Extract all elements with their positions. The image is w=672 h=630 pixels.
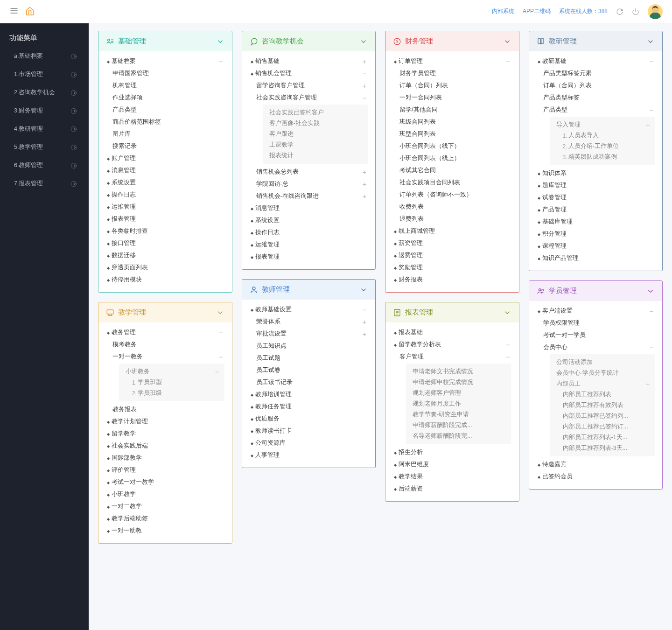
sidebar-item-4[interactable]: 4.教研管理 [0, 120, 89, 138]
tree-item[interactable]: 各类临时排查 [106, 225, 224, 237]
tree-item[interactable]: 一对一助教 [106, 525, 224, 537]
tree-item[interactable]: 财务学员管理 [393, 67, 511, 79]
tree-item[interactable]: 教师读书打卡 [250, 425, 368, 437]
tree-item[interactable]: 社会实践咨询客户管理− [250, 91, 368, 104]
tree-item[interactable]: 产品管理 [537, 203, 655, 216]
tree-item[interactable]: 退费列表 [393, 213, 511, 225]
expand-icon[interactable]: + [361, 58, 368, 65]
chevron-down-icon[interactable] [646, 37, 655, 46]
tree-item[interactable]: 社会实践已签约客户 [269, 107, 364, 118]
tree-item[interactable]: 申请老师文书完成情况 [413, 366, 508, 377]
tree-item[interactable]: 课程管理 [537, 240, 655, 252]
tree-item[interactable]: 题库管理 [537, 179, 655, 191]
expand-icon[interactable]: + [361, 181, 368, 188]
tree-item[interactable]: 评价管理 [106, 464, 224, 476]
tree-item[interactable]: 小班合同列表（线下） [393, 140, 511, 152]
tree-item[interactable]: 小班教务− [126, 366, 221, 377]
tree-item[interactable]: 模考教务 [106, 338, 224, 350]
avatar[interactable] [648, 4, 663, 19]
expand-icon[interactable]: + [361, 318, 368, 325]
chevron-down-icon[interactable] [359, 37, 368, 46]
tree-item[interactable]: 考试其它合同 [393, 164, 511, 176]
tree-item[interactable]: 留学教学 [106, 427, 224, 440]
tree-item[interactable]: 订单列表（咨询师不一致） [393, 189, 511, 201]
tree-item[interactable]: 内部员工− [556, 378, 651, 389]
tree-item[interactable]: 班级合同列表 [393, 116, 511, 128]
tree-item[interactable]: 订单管理− [393, 55, 511, 67]
tree-item[interactable]: 奖励管理 [393, 261, 511, 273]
tree-item[interactable]: 上课教学 [269, 140, 364, 150]
tree-item[interactable]: 教学节奏-研究生申请 [413, 409, 508, 420]
tree-item[interactable]: 报表管理 [250, 251, 368, 263]
tree-item[interactable]: 产品类型标签元素 [537, 67, 655, 79]
tree-item[interactable]: 财务报表 [393, 273, 511, 286]
card-header[interactable]: 基础管理 [98, 31, 232, 51]
collapse-icon[interactable]: − [505, 58, 511, 65]
tree-item[interactable]: 一对一教务− [106, 350, 224, 363]
tree-item[interactable]: 学院回访-总+ [250, 178, 368, 190]
tree-item[interactable]: 操作日志 [250, 226, 368, 238]
card-header[interactable]: 咨询教学机会 [242, 31, 376, 51]
hamburger-icon[interactable] [9, 6, 19, 17]
tree-item[interactable]: 员工试题 [250, 352, 368, 364]
tree-item[interactable]: 一对一合同列表 [393, 91, 511, 104]
tree-item[interactable]: 教师任务管理 [250, 400, 368, 413]
tree-item[interactable]: 销售机会管理− [250, 67, 368, 79]
tree-item[interactable]: 销售基础+ [250, 55, 368, 67]
tree-item[interactable]: 2.人员介绍-工作单位 [563, 141, 651, 152]
tree-item[interactable]: 系统设置 [250, 214, 368, 226]
tree-item[interactable]: 会员中心-学员分享统计 [556, 368, 651, 378]
tree-item[interactable]: 薪资管理 [393, 237, 511, 249]
tree-item[interactable]: 客户画像-社会实践 [269, 118, 364, 129]
tree-item[interactable]: 特邀嘉宾 [537, 458, 655, 470]
collapse-icon[interactable]: − [218, 329, 224, 336]
tree-item[interactable]: 账户管理 [106, 152, 224, 164]
card-header[interactable]: 教学管理 [98, 302, 232, 322]
collapse-icon[interactable]: − [214, 368, 221, 375]
collapse-icon[interactable]: − [505, 341, 511, 348]
tree-item[interactable]: 阿米巴维度 [393, 458, 511, 470]
tree-item[interactable]: 班型合同列表 [393, 128, 511, 140]
power-icon[interactable] [632, 8, 639, 15]
tree-item[interactable]: 教学后端助签 [106, 512, 224, 525]
tree-item[interactable]: 消息管理 [250, 202, 368, 214]
tree-item[interactable]: 线上商城管理 [393, 225, 511, 237]
tree-item[interactable]: 会员中心− [537, 341, 655, 353]
tree-item[interactable]: 规划老师月度工作 [413, 399, 508, 409]
expand-icon[interactable]: + [361, 193, 368, 200]
tree-item[interactable]: 退费管理 [393, 249, 511, 261]
chevron-down-icon[interactable] [503, 308, 511, 317]
tree-item[interactable]: 2.学员班级 [132, 388, 221, 399]
tree-item[interactable]: 待停用模块 [106, 273, 224, 286]
tree-item[interactable]: 教研基础− [537, 55, 655, 67]
tree-item[interactable]: 员工知识点 [250, 340, 368, 352]
tree-item[interactable]: 客户跟进 [269, 129, 364, 140]
tree-item[interactable]: 内部员工推荐列表-3天... [563, 443, 651, 454]
tree-item[interactable]: 考试一对一教学 [106, 476, 224, 488]
collapse-icon[interactable]: − [644, 121, 651, 128]
collapse-icon[interactable]: − [644, 380, 651, 387]
tree-item[interactable]: 申请国家管理 [106, 67, 224, 79]
tree-item[interactable]: 知识体系 [537, 167, 655, 179]
sidebar-item-5[interactable]: 5.教学管理 [0, 138, 89, 156]
tree-item[interactable]: 商品价格范围标签 [106, 116, 224, 128]
tree-item[interactable]: 产品类型 [106, 104, 224, 116]
tree-item[interactable]: 运维管理 [250, 238, 368, 251]
chevron-down-icon[interactable] [359, 286, 368, 294]
card-header[interactable]: 报表管理 [385, 302, 519, 322]
tree-item[interactable]: 试卷管理 [537, 191, 655, 203]
collapse-icon[interactable]: − [361, 70, 368, 77]
tree-item[interactable]: 名导老师薪酬阶段完... [413, 431, 508, 441]
tree-item[interactable]: 荣誉体系+ [250, 315, 368, 328]
tree-item[interactable]: 一对二教学 [106, 500, 224, 512]
tree-item[interactable]: 教学结果 [393, 470, 511, 483]
tree-item[interactable]: 客户端设置− [537, 305, 655, 317]
tree-item[interactable]: 公司活动添加 [556, 357, 651, 368]
tree-item[interactable]: 教师基础设置− [250, 303, 368, 315]
tree-item[interactable]: 招生分析 [393, 446, 511, 458]
collapse-icon[interactable]: − [648, 308, 655, 315]
tree-item[interactable]: 数据迁移 [106, 249, 224, 261]
sidebar-item-0[interactable]: a.基础档案 [0, 47, 89, 65]
tree-item[interactable]: 报表管理 [106, 213, 224, 225]
tree-item[interactable]: 留学/其他合同 [393, 104, 511, 116]
